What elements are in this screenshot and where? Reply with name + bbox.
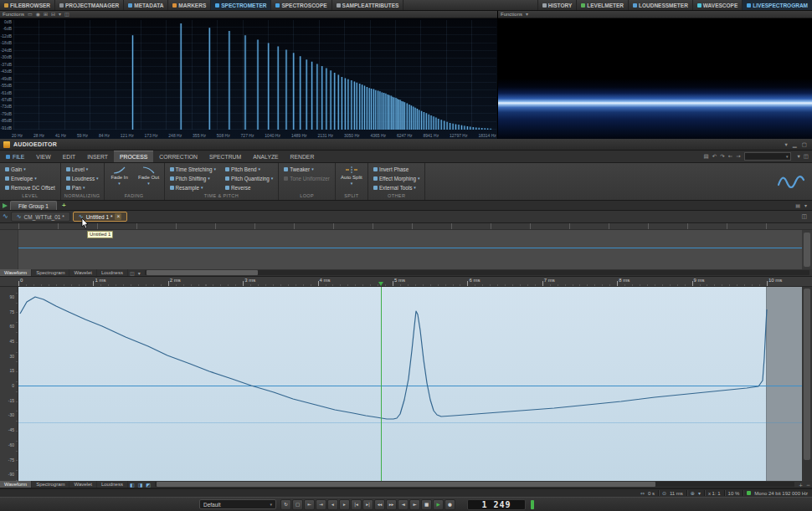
ribbon-button[interactable]: Invert Phase ▾ — [372, 165, 422, 173]
functions-menu[interactable]: Functions — [501, 12, 522, 17]
overview-pane[interactable] — [0, 223, 812, 269]
ribbon-tab[interactable]: SPECTRUM — [203, 151, 247, 162]
spectrometer-tool-icon[interactable]: ⊞ — [44, 12, 48, 17]
view-tab[interactable]: Spectrogram — [32, 481, 69, 488]
scrollbar-thumb[interactable] — [804, 289, 810, 460]
zoom-ratio[interactable]: x 1: 1 — [708, 491, 721, 496]
fade-in-button[interactable]: Fade In ▾ — [108, 165, 131, 192]
quick-access-icon[interactable]: → — [736, 153, 740, 160]
tool-tab[interactable]: WAVESCOPE — [692, 0, 742, 10]
scrollbar-thumb[interactable] — [157, 482, 655, 487]
window-control-icon[interactable]: ▁ — [793, 141, 797, 148]
file-group-option-icon[interactable]: ▤ — [795, 203, 800, 208]
selection-length[interactable]: 11 ms — [670, 491, 683, 496]
ribbon-button[interactable]: Tweaker ▾ — [282, 165, 331, 173]
view-mode-icon[interactable]: ◨ — [136, 481, 145, 488]
ribbon-button[interactable]: Effect Morphing ▾ — [372, 174, 422, 182]
window-control-icon[interactable]: ▢ — [802, 141, 807, 148]
transport-button[interactable]: ▸ — [339, 499, 350, 510]
tool-tab[interactable]: MARKERS — [168, 0, 211, 10]
ribbon-button[interactable]: External Tools ▾ — [372, 183, 422, 192]
transport-button[interactable]: ◂◂ — [374, 499, 385, 510]
quick-access-icon[interactable]: ← — [728, 153, 732, 160]
spectrometer-tool-icon[interactable]: ▭ — [28, 12, 33, 17]
ribbon-button[interactable]: Level ▾ — [64, 165, 100, 173]
zoom-menu-icon[interactable]: ▾ — [698, 490, 701, 496]
transport-preset-combo[interactable]: Default ▾ — [199, 499, 276, 509]
view-option-icon[interactable]: ▾ — [136, 269, 142, 276]
view-tab[interactable]: Waveform — [0, 481, 32, 488]
ribbon-tab[interactable]: VIEW — [30, 151, 56, 162]
overview-scrollbar[interactable] — [802, 230, 812, 269]
ribbon-button[interactable]: Reverse ▾ — [224, 183, 275, 192]
tool-tab[interactable]: SPECTROSCOPE — [271, 0, 331, 10]
ribbon-button[interactable]: Gain ▾ — [3, 165, 57, 173]
add-file-group-button[interactable]: + — [59, 201, 69, 210]
view-option-icon[interactable]: ◫ — [128, 269, 136, 276]
transport-button[interactable]: ▢ — [292, 499, 303, 510]
waveform-display[interactable] — [18, 287, 802, 481]
transport-button[interactable]: |◂ — [351, 499, 362, 510]
tool-tab[interactable]: LEVELMETER — [576, 0, 628, 10]
view-tab[interactable]: Wavelet — [69, 481, 96, 488]
view-tab[interactable]: Loudness — [97, 269, 128, 276]
transport-button[interactable]: ● — [445, 499, 455, 510]
view-mode-icon[interactable]: ◩ — [144, 481, 152, 488]
transport-button[interactable]: ⇤ — [304, 499, 315, 510]
transport-button[interactable]: ► — [409, 499, 420, 510]
file-tab[interactable]: ∿ CM_WTTut_01 * — [11, 212, 70, 222]
transport-button[interactable]: ◂ — [327, 499, 338, 510]
tool-tab[interactable]: HISTORY — [537, 0, 577, 10]
ribbon-tab[interactable]: CORRECTION — [153, 151, 203, 162]
tool-tab[interactable]: METADATA — [124, 0, 168, 10]
zoom-button[interactable]: + — [797, 481, 804, 488]
tool-tab[interactable]: FILEBROWSER — [0, 0, 55, 10]
transport-button[interactable]: ▸▸ — [386, 499, 397, 510]
view-tab[interactable]: Waveform — [0, 269, 32, 276]
ribbon-button[interactable]: Resample ▾ — [168, 183, 218, 192]
quick-access-icon[interactable]: ↷ — [720, 153, 724, 160]
transport-button[interactable]: ▸| — [362, 499, 373, 510]
tool-tab[interactable]: SAMPLEATTRIBUTES — [332, 0, 404, 10]
close-icon[interactable]: × — [115, 213, 121, 220]
view-tab[interactable]: Loudness — [97, 481, 128, 488]
auto-split-button[interactable]: Auto Split ▾ — [339, 165, 364, 192]
tool-tab[interactable]: LIVESPECTROGRAM — [742, 0, 812, 10]
spectrogram-tool-icon[interactable]: ▾ — [526, 12, 528, 17]
quick-access-icon[interactable]: ▤ — [704, 153, 709, 160]
transport-button[interactable]: ↻ — [280, 499, 291, 510]
ribbon-tab[interactable]: EDIT — [57, 151, 81, 162]
ribbon-button[interactable]: Pitch Shifting ▾ — [168, 174, 218, 182]
preset-combo[interactable]: ▾ — [744, 152, 791, 161]
tool-tab[interactable]: PROJECTMANAGER — [55, 0, 124, 10]
transport-button[interactable]: ◄ — [398, 499, 409, 510]
tool-tab[interactable]: SPECTROMETER — [211, 0, 271, 10]
ribbon-tab[interactable]: INSERT — [81, 151, 114, 162]
transport-button[interactable]: ■ — [421, 499, 432, 510]
ribbon-button[interactable]: Tone Uniformizer ▾ — [282, 174, 331, 182]
cursor-time[interactable]: 0 s — [648, 491, 655, 496]
ribbon-option-icon[interactable]: ◫ — [804, 153, 809, 160]
ribbon-tab[interactable]: FILE — [0, 151, 30, 162]
tab-list-icon[interactable]: ◫ — [801, 213, 809, 220]
spectrometer-tool-icon[interactable]: ⊟ — [51, 12, 55, 17]
ribbon-tab[interactable]: RENDER — [285, 151, 321, 162]
magnify-icon[interactable]: ⊕ — [691, 490, 695, 496]
ribbon-button[interactable]: Loudness ▾ — [64, 174, 100, 182]
ribbon-option-icon[interactable]: ▾ — [798, 153, 800, 160]
spectrometer-tool-icon[interactable]: ◫ — [64, 12, 69, 17]
timeline-ruler[interactable]: 01 ms2 ms3 ms4 ms5 ms6 ms7 ms8 ms9 ms10 … — [0, 277, 812, 287]
view-tab[interactable]: Spectrogram — [32, 269, 69, 276]
zoom-button[interactable]: − — [804, 481, 812, 488]
ribbon-button[interactable]: Remove DC Offset ▾ — [3, 183, 57, 192]
view-tab[interactable]: Wavelet — [69, 269, 96, 276]
cursor-marker[interactable] — [378, 282, 383, 286]
file-group-tab[interactable]: File Group 1 — [10, 201, 57, 210]
scrollbar-thumb[interactable] — [146, 270, 258, 275]
file-group-option-icon[interactable]: ▾ — [804, 203, 807, 208]
ribbon-button[interactable]: Pan ▾ — [64, 183, 100, 192]
horizontal-zoom-scrollbar[interactable] — [155, 482, 794, 487]
ribbon-tab[interactable]: PROCESS — [114, 151, 153, 162]
view-mode-icon[interactable]: ◧ — [128, 481, 136, 488]
ribbon-button[interactable]: Time Stretching ▾ — [168, 165, 218, 173]
